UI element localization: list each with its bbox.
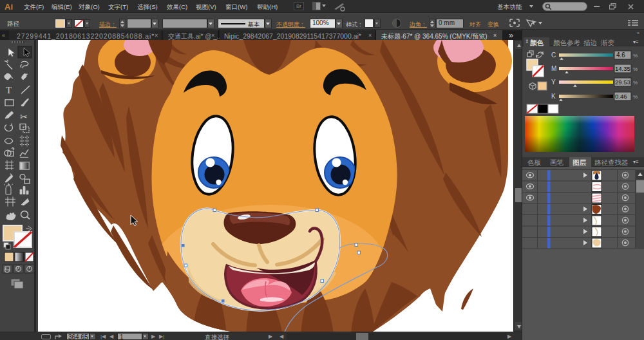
svg-text:14.35: 14.35 <box>615 65 630 72</box>
svg-text:0.46: 0.46 <box>615 93 627 100</box>
svg-text:%: % <box>633 80 638 86</box>
svg-text:M: M <box>551 65 556 72</box>
svg-text:%: % <box>633 66 638 72</box>
svg-text:4.6: 4.6 <box>616 52 625 59</box>
svg-text:29.53: 29.53 <box>615 79 630 86</box>
svg-text:Y: Y <box>551 79 556 86</box>
svg-text:T: T <box>6 86 12 96</box>
svg-text:C: C <box>551 52 556 59</box>
svg-text:%: % <box>633 94 638 100</box>
svg-text:%: % <box>633 53 638 59</box>
svg-text:K: K <box>551 93 556 100</box>
svg-text:✂: ✂ <box>20 112 28 122</box>
